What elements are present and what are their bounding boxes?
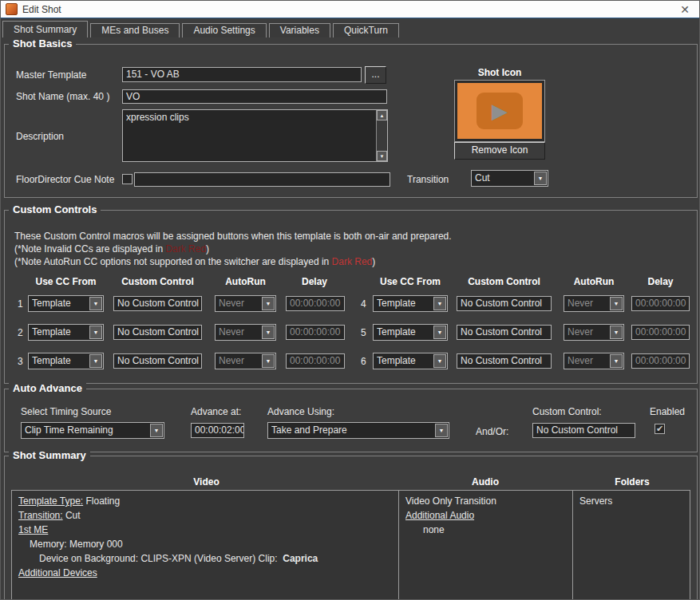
header-delay: Delay: [283, 276, 346, 287]
memory-value: Memory: Memory 000: [30, 539, 123, 550]
cc-source-value: Template: [32, 296, 89, 311]
chevron-down-icon: ▼: [433, 354, 446, 368]
cc-custom-control-field-3[interactable]: No Custom Control: [113, 353, 202, 369]
cc-autorun-dropdown-2[interactable]: Never▼: [215, 324, 276, 341]
cc-row-number: 2: [18, 327, 23, 338]
tab-quickturn[interactable]: QuickTurn: [333, 23, 399, 38]
cc-custom-control-field-6[interactable]: No Custom Control: [457, 353, 552, 369]
cc-autorun-value: Never: [219, 296, 261, 311]
description-value: xpression clips: [126, 112, 373, 124]
window-title: Edit Shot: [22, 4, 61, 15]
play-icon: ▶: [477, 93, 523, 129]
timing-source-label: Select Timing Source: [21, 406, 111, 417]
shot-icon: ▶: [454, 80, 545, 142]
advance-using-dropdown[interactable]: Take and Prepare ▼: [267, 422, 449, 439]
transition-label: Transition: [407, 174, 449, 185]
cc-custom-control-field-2[interactable]: No Custom Control: [113, 325, 202, 340]
cc-row-number: 6: [361, 356, 366, 367]
template-type-label: Template Type:: [18, 495, 83, 507]
cc-autorun-dropdown-3[interactable]: Never▼: [215, 353, 276, 369]
close-icon[interactable]: ✕: [675, 3, 694, 16]
summary-header-video: Video: [14, 476, 398, 488]
header-use-cc-from-2: Use CC From: [373, 276, 448, 287]
chevron-down-icon: ▼: [610, 326, 623, 339]
cc-autorun-value: Never: [568, 325, 609, 340]
tab-mes-and-buses[interactable]: MEs and Buses: [90, 23, 180, 38]
shot-basics-title: Shot Basics: [9, 38, 76, 49]
chevron-down-icon: ▼: [262, 354, 275, 368]
audio-none-value: none: [423, 524, 445, 535]
cc-source-dropdown-1[interactable]: Template▼: [28, 295, 104, 312]
header-custom-control: Custom Control: [113, 276, 202, 287]
browse-button[interactable]: ...: [365, 66, 386, 84]
summary-line-first-me: 1st ME: [12, 523, 398, 537]
summary-line-additional-devices: Additional Devices: [12, 566, 398, 580]
custom-controls-note2: (*Note AutoRun CC options not supported …: [14, 256, 375, 267]
summary-line-memory: Memory: Memory 000: [12, 537, 398, 551]
chevron-down-icon: ▼: [534, 172, 547, 185]
cc-source-value: Template: [377, 353, 433, 369]
cc-autorun-dropdown-5[interactable]: Never▼: [564, 324, 624, 341]
chevron-down-icon: ▼: [262, 326, 275, 339]
timing-source-dropdown[interactable]: Clip Time Remaining ▼: [21, 422, 164, 439]
chevron-down-icon: ▼: [150, 424, 163, 437]
transition-dropdown[interactable]: Cut ▼: [471, 170, 548, 187]
cue-note-checkbox[interactable]: [122, 174, 132, 184]
auto-advance-group: Auto Advance Select Timing Source Clip T…: [4, 389, 698, 452]
chevron-down-icon: ▼: [89, 326, 102, 339]
cc-autorun-value: Never: [219, 325, 261, 340]
remove-icon-button[interactable]: Remove Icon: [454, 142, 545, 160]
cc-source-dropdown-6[interactable]: Template▼: [373, 353, 448, 369]
title-bar: Edit Shot ✕: [1, 1, 699, 18]
cc-autorun-value: Never: [568, 353, 609, 369]
cc-custom-control-field-1[interactable]: No Custom Control: [113, 296, 202, 311]
cc-custom-control-field-4[interactable]: No Custom Control: [457, 296, 552, 311]
advance-at-field[interactable]: 00:00:02:00: [191, 423, 244, 438]
cc-delay-field-4[interactable]: 00:00:00:00: [631, 296, 690, 311]
cue-note-field[interactable]: [134, 172, 390, 187]
cc-source-dropdown-5[interactable]: Template▼: [373, 324, 448, 341]
cue-note-label: FloorDirector Cue Note: [16, 174, 114, 185]
audio-transition-value: Video Only Transition: [405, 495, 496, 507]
cc-source-value: Template: [32, 325, 89, 340]
cc-source-dropdown-3[interactable]: Template▼: [28, 353, 104, 369]
shot-name-field[interactable]: VO: [122, 89, 387, 104]
tab-audio-settings[interactable]: Audio Settings: [182, 23, 266, 38]
cc-row-number: 3: [18, 356, 23, 367]
device-label: Device on Background: CLIPS-XPN (Video S…: [39, 553, 278, 564]
summary-folders-column: Servers: [573, 491, 690, 600]
cc-delay-field-5[interactable]: 00:00:00:00: [631, 325, 690, 340]
shot-basics-group: Shot Basics Master Template 151 - VO AB …: [4, 44, 698, 198]
cc-custom-control-field-5[interactable]: No Custom Control: [457, 325, 552, 340]
summary-header-audio: Audio: [398, 476, 572, 488]
cc-delay-field-6[interactable]: 00:00:00:00: [631, 353, 690, 369]
auto-advance-title: Auto Advance: [9, 382, 86, 394]
cc-delay-field-2[interactable]: 00:00:00:00: [286, 325, 345, 340]
scroll-down-icon[interactable]: ▼: [377, 151, 387, 161]
custom-controls-note1: (*Note Invalid CCs are displayed in Dark…: [14, 243, 209, 255]
summary-line-additional-audio: Additional Audio: [399, 508, 572, 523]
cc-autorun-dropdown-4[interactable]: Never▼: [564, 295, 624, 312]
summary-line-transition: Transition: Cut: [12, 508, 398, 523]
cc-delay-field-1[interactable]: 00:00:00:00: [286, 296, 345, 311]
auto-advance-cc-label: Custom Control:: [532, 406, 602, 417]
tab-bar: Shot Summary MEs and Buses Audio Setting…: [1, 21, 699, 38]
master-template-field[interactable]: 151 - VO AB: [122, 67, 362, 82]
tab-variables[interactable]: Variables: [269, 23, 330, 38]
transition-value: Cut: [475, 171, 533, 186]
tab-shot-summary[interactable]: Shot Summary: [2, 21, 88, 38]
description-textarea[interactable]: xpression clips ▲ ▼: [122, 109, 388, 162]
cc-source-dropdown-4[interactable]: Template▼: [373, 295, 448, 312]
summary-line-audio-none: none: [399, 523, 572, 537]
header-delay-2: Delay: [628, 276, 693, 287]
cc-autorun-dropdown-1[interactable]: Never▼: [215, 295, 276, 312]
cc-delay-field-3[interactable]: 00:00:00:00: [286, 353, 345, 369]
cc-source-dropdown-2[interactable]: Template▼: [28, 324, 104, 341]
custom-controls-title: Custom Controls: [9, 203, 101, 215]
cc-autorun-dropdown-6[interactable]: Never▼: [564, 353, 624, 369]
description-scrollbar[interactable]: ▲ ▼: [376, 110, 387, 161]
auto-advance-cc-field[interactable]: No Custom Control: [532, 423, 635, 438]
enabled-checkbox[interactable]: ✔: [655, 424, 665, 434]
scroll-up-icon[interactable]: ▲: [377, 110, 387, 120]
shot-name-label: Shot Name (max. 40 ): [16, 91, 109, 102]
